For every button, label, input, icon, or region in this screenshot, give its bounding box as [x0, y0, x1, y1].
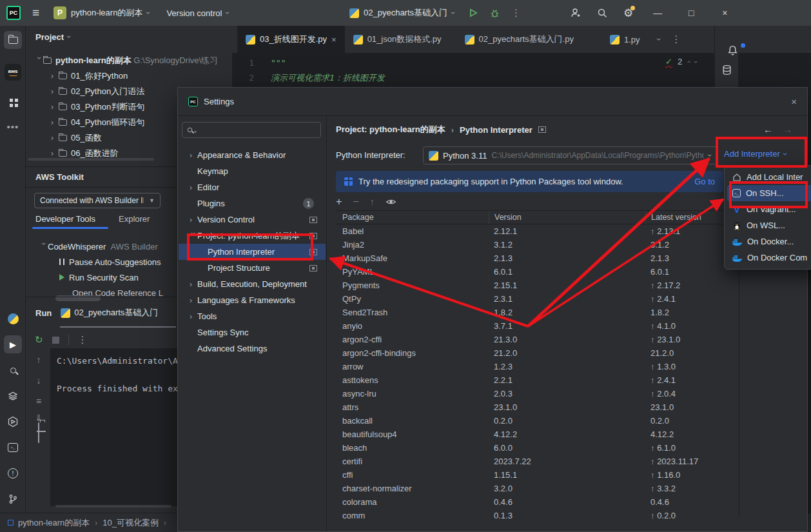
table-row[interactable]: arrow 1.2.3 1.3.0 — [336, 360, 739, 373]
find-tool-button[interactable] — [4, 361, 22, 379]
git-tool-button[interactable] — [4, 490, 22, 508]
table-row[interactable]: comm 0.1.3 0.2.0 — [336, 509, 739, 522]
python-packages-tool-button[interactable] — [4, 310, 22, 328]
column-package[interactable]: Package — [336, 213, 489, 222]
add-user-icon[interactable] — [570, 7, 581, 19]
table-row[interactable]: colorama 0.4.6 0.4.6 — [336, 495, 739, 509]
table-row[interactable]: async-lru 2.0.3 2.0.4 — [336, 387, 739, 400]
nav-languages[interactable]: ›Languages & Frameworks — [179, 292, 326, 308]
status-crumb[interactable]: python-learn的副本 — [18, 517, 90, 529]
notifications-button[interactable] — [727, 44, 744, 59]
problems-tool-button[interactable]: ! — [4, 464, 22, 482]
tab-list-icon[interactable]: › — [654, 38, 663, 41]
terminal-tool-button[interactable]: >_ — [4, 438, 22, 457]
upgrade-package-icon[interactable]: ↑ — [370, 197, 375, 207]
settings-search[interactable]: ▾ — [182, 122, 321, 138]
search-icon[interactable] — [597, 8, 608, 19]
table-row[interactable]: Pygments 2.15.1 2.17.2 — [336, 279, 739, 292]
close-button[interactable]: × — [716, 8, 734, 18]
aws-tool-button[interactable]: aws — [4, 63, 22, 81]
database-button[interactable] — [721, 64, 738, 77]
status-crumb[interactable]: 10_可视化案例 — [103, 517, 159, 529]
nav-project[interactable]: ›Project: python-learn的副本 — [179, 228, 326, 244]
table-row[interactable]: certifi 2023.7.22 2023.11.17 — [336, 455, 739, 468]
table-row[interactable]: Jinja2 3.1.2 3.1.2 — [336, 238, 739, 251]
tree-item[interactable]: › 01_你好Python — [51, 68, 232, 84]
menu-item-on-vagrant[interactable]: V On Vagrant... — [727, 201, 811, 217]
run-tool-button[interactable]: ▶ — [4, 335, 22, 353]
back-arrow-icon[interactable]: ← — [763, 124, 773, 135]
menu-item-on-docker[interactable]: On Docker... — [727, 233, 811, 250]
dialog-close-icon[interactable]: × — [791, 96, 797, 107]
nav-settings-sync[interactable]: ›Settings Sync — [179, 324, 326, 340]
services-tool-button[interactable] — [4, 387, 22, 405]
editor-tab[interactable]: 1.py — [601, 26, 649, 53]
add-package-icon[interactable]: + — [336, 196, 342, 208]
table-row[interactable]: Babel 2.12.1 2.13.1 — [336, 224, 739, 238]
structure-tool-button[interactable] — [4, 93, 22, 111]
project-widget[interactable]: P python-learn的副本 › — [54, 6, 150, 19]
table-row[interactable]: charset-normalizer 3.2.0 3.3.2 — [336, 482, 739, 495]
main-menu-icon[interactable]: ≡ — [32, 6, 39, 20]
table-row[interactable]: argon2-cffi 21.3.0 23.1.0 — [336, 333, 739, 346]
prev-problem-icon[interactable]: › — [685, 61, 692, 63]
nav-python-interpreter[interactable]: ›Python Interpreter — [179, 244, 326, 260]
up-arrow-icon[interactable]: ↑ — [31, 355, 46, 365]
banner-link[interactable]: Go to — [694, 177, 715, 186]
nav-build[interactable]: ›Build, Execution, Deployment — [179, 276, 326, 292]
nav-editor[interactable]: ›Editor — [179, 179, 326, 195]
next-problem-icon[interactable]: › — [692, 61, 700, 63]
remove-package-icon[interactable]: − — [353, 196, 358, 208]
close-tab-icon[interactable]: × — [331, 35, 337, 44]
column-version[interactable]: Version — [489, 211, 645, 224]
minimize-button[interactable]: — — [649, 8, 667, 18]
tab-options-icon[interactable]: ⋮ — [672, 34, 681, 45]
run-config-widget[interactable]: 02_pyecharts基础入门 › ⋮ — [349, 0, 521, 26]
vcs-widget[interactable]: Version control › — [166, 8, 229, 18]
table-row[interactable]: QtPy 2.3.1 2.4.1 — [336, 292, 739, 306]
horizontal-scrollbar[interactable] — [55, 505, 171, 507]
breadcrumb-project[interactable]: Project: python-learn的副本 — [336, 124, 445, 135]
run-tab[interactable]: 02_pyecharts基础入门 — [61, 307, 158, 319]
project-tool-button[interactable] — [4, 31, 22, 49]
run-button[interactable] — [468, 8, 478, 18]
menu-item-on-ssh[interactable]: >_ On SSH... — [727, 185, 811, 201]
stop-button[interactable] — [52, 337, 59, 344]
project-panel-header[interactable]: Project › — [26, 26, 232, 48]
inspections-check-icon[interactable]: ✓ — [665, 57, 672, 66]
more-icon[interactable]: ⋮ — [78, 334, 88, 346]
menu-item-on-wsl[interactable]: On WSL... — [727, 217, 811, 233]
nav-version-control[interactable]: ›Version Control — [179, 212, 326, 228]
rerun-button[interactable]: ↻ — [35, 334, 43, 346]
nav-tools[interactable]: ›Tools — [179, 308, 326, 324]
horizontal-scrollbar[interactable] — [28, 158, 154, 161]
table-row[interactable]: PyYAML 6.0.1 6.0.1 — [336, 265, 739, 279]
table-row[interactable]: MarkupSafe 2.1.3 2.1.3 — [336, 251, 739, 265]
editor-tab[interactable]: 01_json数据格式.py — [345, 26, 450, 53]
nav-keymap[interactable]: ›Keymap — [179, 163, 326, 179]
editor-tab[interactable]: 03_折线图开发.py × — [237, 26, 345, 53]
table-row[interactable]: attrs 23.1.0 23.1.0 — [336, 400, 739, 414]
interpreter-combobox[interactable]: Python 3.11 C:\Users\Administrator\AppDa… — [423, 146, 717, 164]
table-row[interactable]: bleach 6.0.0 6.1.0 — [336, 441, 739, 455]
menu-item-add-local[interactable]: Add Local Inter — [727, 169, 811, 185]
aws-connection-dropdown[interactable]: Connected with AWS Builder ID ▼ — [34, 193, 161, 208]
table-row[interactable]: beautifulsoup4 4.12.2 4.12.2 — [336, 428, 739, 441]
table-row[interactable]: asttokens 2.2.1 2.4.1 — [336, 373, 739, 387]
nav-plugins[interactable]: ›Plugins1 — [179, 195, 326, 212]
settings-gear-icon[interactable]: ⚙ — [623, 6, 633, 20]
nav-project-structure[interactable]: ›Project Structure — [179, 260, 326, 276]
nav-appearance[interactable]: ›Appearance & Behavior — [179, 147, 326, 163]
table-row[interactable]: backcall 0.2.0 0.2.0 — [336, 414, 739, 428]
settings-search-input[interactable] — [198, 126, 301, 135]
down-arrow-icon[interactable]: ↓ — [31, 375, 46, 386]
table-row[interactable]: argon2-cffi-bindings 21.2.0 21.2.0 — [336, 346, 739, 360]
maximize-button[interactable]: □ — [682, 8, 700, 18]
nav-advanced[interactable]: ›Advanced Settings — [179, 340, 326, 357]
table-row[interactable]: Send2Trash 1.8.2 1.8.2 — [336, 306, 739, 319]
tree-root[interactable]: › python-learn的副本 G:\SynologyDrive\练习 — [35, 53, 232, 68]
show-early-releases-icon[interactable] — [386, 198, 396, 206]
tab-developer-tools[interactable]: Developer Tools — [35, 214, 95, 224]
more-actions-icon[interactable]: ⋮ — [511, 7, 521, 19]
editor-tab[interactable]: 02_pyecharts基础入门.py — [456, 26, 582, 53]
